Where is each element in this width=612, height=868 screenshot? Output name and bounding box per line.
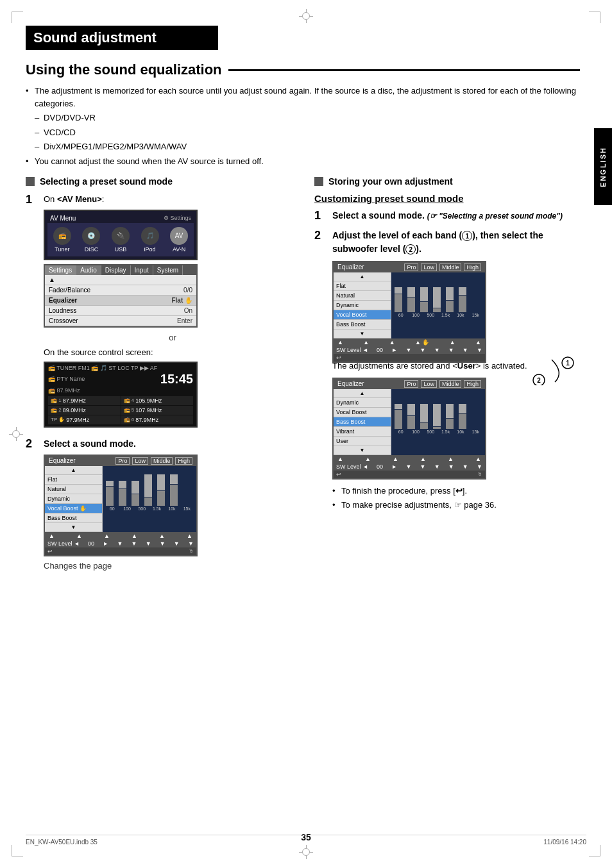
settings-row-equalizer: Equalizer Flat ✋ bbox=[45, 296, 196, 306]
step-2: 2 Select a sound mode. Equalizer Pro Low… bbox=[26, 437, 302, 576]
page-title: Sound adjustment bbox=[26, 26, 218, 50]
crosshair-left bbox=[9, 427, 23, 441]
eq-screen-1: Equalizer Pro Low Middle High bbox=[44, 455, 198, 556]
settings-row-loudness: Loudness On bbox=[45, 306, 196, 316]
bullet-1: The adjustment is memorized for each sou… bbox=[26, 85, 580, 110]
eq-screen-2: Equalizer Pro Low Middle High bbox=[332, 261, 486, 363]
settings-screen: Settings Audio Display Input System ▲ bbox=[44, 264, 198, 328]
sub-bullet-3: DivX/MPEG1/MPEG2/MP3/WMA/WAV bbox=[35, 140, 580, 153]
tuner-screen: 📻 TUNER FM1 📻 🎵 ST LOC TP ▶▶ AF 📻 PTY Na… bbox=[44, 362, 198, 428]
language-tab: ENGLISH bbox=[594, 128, 612, 205]
corner-bl bbox=[12, 845, 23, 856]
settings-row-fader: ▲ bbox=[45, 275, 196, 285]
footer-left: EN_KW-AV50EU.indb 35 bbox=[26, 839, 98, 846]
right-section-square-icon bbox=[314, 177, 323, 186]
corner-tr bbox=[589, 12, 600, 23]
right-column: Storing your own adjustment Customizing … bbox=[314, 176, 577, 582]
av-menu-icons: 📻 Tuner 💿 DISC 🔌 USB bbox=[47, 223, 194, 256]
step2-text: Select a sound mode. bbox=[44, 437, 302, 451]
av-menu-header: AV Menu ⚙ Settings bbox=[47, 213, 194, 223]
step-1: 1 On <AV Menu>: AV Menu ⚙ Settings bbox=[26, 193, 302, 431]
svg-text:1: 1 bbox=[566, 360, 570, 367]
sub-bullet-1: DVD/DVD-VR bbox=[35, 112, 580, 124]
right-step-2: 2 Adjust the level of each band (1), the… bbox=[314, 229, 577, 521]
intro-bullets: The adjustment is memorized for each sou… bbox=[26, 85, 580, 167]
changes-text: Changes the page bbox=[44, 560, 302, 572]
eq-screen-3: Equalizer Pro Low Middle High bbox=[332, 378, 486, 480]
corner-br bbox=[589, 845, 600, 856]
or-text: or bbox=[44, 331, 302, 344]
right-step-1: 1 Select a sound mode. (☞ "Selecting a p… bbox=[314, 209, 577, 222]
corner-tl bbox=[12, 12, 23, 23]
two-column-layout: Selecting a preset sound mode 1 On <AV M… bbox=[26, 176, 580, 582]
final-bullets: To finish the procedure, press [↩]. To m… bbox=[332, 485, 577, 512]
sub-bullet-2: VCD/CD bbox=[35, 126, 580, 139]
section-square-icon bbox=[26, 177, 35, 186]
footer-bar: EN_KW-AV50EU.indb 35 11/09/16 14:20 bbox=[26, 835, 586, 846]
crosshair-top bbox=[299, 9, 313, 23]
section-heading: Using the sound equalization bbox=[26, 62, 580, 78]
svg-text:2: 2 bbox=[537, 377, 541, 384]
left-column: Selecting a preset sound mode 1 On <AV M… bbox=[26, 176, 302, 582]
bullet-2: You cannot adjust the sound when the AV … bbox=[26, 155, 580, 168]
settings-row-faderbalance: Fader/Balance 0/0 bbox=[45, 285, 196, 296]
annotation-svg: 1 2 bbox=[500, 353, 577, 385]
right-subsection-heading: Storing your own adjustment bbox=[314, 176, 577, 187]
tuner-grid: 📻 1 87.9MHz 📻 4 105.9MHz 📻 2 89.0MHz bbox=[48, 396, 193, 424]
settings-header: Settings Audio Display Input System bbox=[45, 265, 196, 275]
left-subsection-heading: Selecting a preset sound mode bbox=[26, 176, 302, 187]
source-control-text: On the source control screen: bbox=[44, 346, 302, 359]
main-content: Sound adjustment Using the sound equaliz… bbox=[26, 26, 580, 582]
crosshair-bottom bbox=[299, 845, 313, 859]
right-sub-heading: Customizing preset sound mode bbox=[314, 193, 577, 204]
footer-right: 11/09/16 14:20 bbox=[543, 839, 586, 846]
settings-row-crossover: Crossover Enter bbox=[45, 316, 196, 326]
av-menu-screen: AV Menu ⚙ Settings 📻 Tuner 💿 bbox=[44, 210, 198, 260]
